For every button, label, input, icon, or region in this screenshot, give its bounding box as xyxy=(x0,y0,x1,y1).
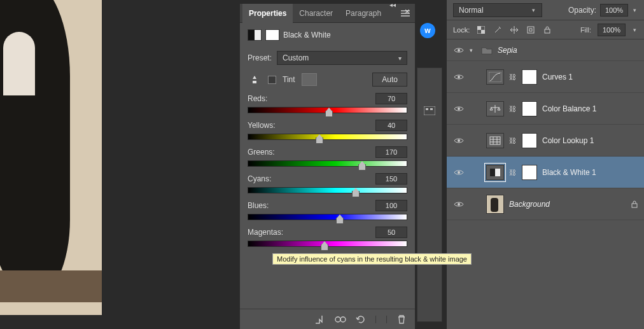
layer-name[interactable]: Background xyxy=(509,200,550,209)
trash-icon[interactable] xyxy=(396,315,407,324)
lock-transparency-icon[interactable] xyxy=(476,26,486,34)
slider-track[interactable] xyxy=(248,160,407,167)
view-previous-icon[interactable] xyxy=(335,316,346,323)
svg-rect-20 xyxy=(495,169,500,176)
visibility-toggle-icon[interactable] xyxy=(453,169,465,176)
svg-rect-10 xyxy=(529,29,532,31)
layer-options-row: Normal ▾ Opacity: 100% ▾ xyxy=(447,0,644,20)
tab-character[interactable]: Character xyxy=(293,4,339,23)
slider-value[interactable]: 40 xyxy=(375,120,407,131)
slider-yellows: Yellows: 40 xyxy=(248,120,407,140)
mask-thumb[interactable] xyxy=(522,101,537,116)
svg-rect-7 xyxy=(477,26,481,30)
lock-position-icon[interactable] xyxy=(509,26,519,34)
close-icon[interactable]: × xyxy=(405,6,410,17)
layer-row[interactable]: ⛓ Color Lookup 1 xyxy=(447,125,644,157)
layer-row[interactable]: ⛓ Curves 1 xyxy=(447,61,644,93)
svg-point-18 xyxy=(458,171,460,174)
clip-to-layer-icon[interactable] xyxy=(314,315,326,324)
slider-value[interactable]: 50 xyxy=(375,227,407,238)
blend-mode-select[interactable]: Normal ▾ xyxy=(453,3,542,17)
chevron-down-icon[interactable]: ▾ xyxy=(632,7,638,13)
layers-panel: Normal ▾ Opacity: 100% ▾ Lock: Fill: 100… xyxy=(447,0,644,329)
slider-thumb[interactable] xyxy=(325,111,333,117)
toggle-visibility-icon[interactable] xyxy=(375,316,387,323)
slider-track[interactable] xyxy=(248,241,407,247)
slider-value[interactable]: 150 xyxy=(375,173,407,185)
link-icon[interactable]: ⛓ xyxy=(509,73,517,81)
layer-name[interactable]: Curves 1 xyxy=(542,73,573,81)
adjustment-icon xyxy=(486,133,504,148)
svg-rect-22 xyxy=(632,204,637,207)
chevron-down-icon: ▾ xyxy=(531,7,536,13)
link-icon[interactable]: ⛓ xyxy=(509,105,517,113)
reset-icon[interactable] xyxy=(355,315,367,324)
folder-icon xyxy=(481,46,493,55)
chevron-down-icon[interactable]: ▾ xyxy=(632,27,638,33)
background-layer-row[interactable]: Background xyxy=(447,188,644,220)
visibility-toggle-icon[interactable] xyxy=(453,74,465,80)
link-icon[interactable]: ⛓ xyxy=(509,169,517,176)
visibility-toggle-icon[interactable] xyxy=(453,201,465,207)
slider-thumb[interactable] xyxy=(352,191,360,197)
slider-magentas: Magentas: 50 xyxy=(248,227,407,247)
mask-thumb[interactable] xyxy=(522,69,537,85)
disclosure-icon[interactable]: ▾ xyxy=(470,47,476,53)
photo-preview xyxy=(0,0,102,315)
slider-track[interactable] xyxy=(248,134,407,140)
adjustment-icon xyxy=(486,101,504,116)
targeted-adjust-icon[interactable] xyxy=(248,74,262,85)
slider-value[interactable]: 70 xyxy=(375,93,407,104)
visibility-toggle-icon[interactable] xyxy=(453,106,465,112)
adjustment-icon xyxy=(486,69,504,85)
layer-name[interactable]: Color Balance 1 xyxy=(542,104,596,113)
panel-footer xyxy=(240,309,415,329)
slider-track[interactable] xyxy=(248,187,407,193)
preset-select[interactable]: Custom ▾ xyxy=(277,51,407,65)
fill-input[interactable]: 100% xyxy=(598,24,626,36)
layer-name[interactable]: Sepia xyxy=(498,46,517,55)
layer-name[interactable]: Black & White 1 xyxy=(542,168,596,177)
adjustment-icon xyxy=(486,165,504,180)
layer-row[interactable]: ⛓ Color Balance 1 xyxy=(447,93,644,125)
slider-label: Blues: xyxy=(248,201,269,210)
slider-thumb[interactable] xyxy=(358,164,366,171)
layer-name[interactable]: Color Lookup 1 xyxy=(542,136,594,145)
visibility-toggle-icon[interactable] xyxy=(453,137,465,144)
lock-icon[interactable] xyxy=(631,200,638,208)
svg-rect-5 xyxy=(430,108,433,110)
layer-group-row[interactable]: ▾ Sepia xyxy=(447,39,644,61)
tint-color-swatch[interactable] xyxy=(302,73,317,86)
sliders-container: Reds: 70 Yellows: 40 Greens: 170 Cyans: … xyxy=(240,93,415,253)
lock-all-icon[interactable] xyxy=(542,26,552,34)
slider-value[interactable]: 170 xyxy=(375,146,407,158)
slider-thumb[interactable] xyxy=(336,218,344,224)
lock-pixels-icon[interactable] xyxy=(493,26,503,34)
lock-row: Lock: Fill: 100% ▾ xyxy=(447,20,644,39)
workspace-badge[interactable]: w xyxy=(420,23,435,38)
svg-rect-19 xyxy=(490,169,495,176)
svg-point-12 xyxy=(458,49,460,52)
slider-thumb[interactable] xyxy=(316,137,323,144)
visibility-toggle-icon[interactable] xyxy=(453,47,465,53)
slider-track[interactable] xyxy=(248,214,407,220)
slider-track[interactable] xyxy=(248,107,407,113)
link-icon[interactable]: ⛓ xyxy=(509,137,517,144)
swatches-icon[interactable] xyxy=(417,100,442,122)
tab-paragraph[interactable]: Paragraph xyxy=(339,4,388,23)
auto-button[interactable]: Auto xyxy=(372,73,407,87)
collapsed-dock[interactable] xyxy=(417,67,442,322)
mask-thumb[interactable] xyxy=(522,165,537,180)
slider-value[interactable]: 100 xyxy=(375,200,407,211)
slider-thumb[interactable] xyxy=(321,244,328,251)
tab-properties[interactable]: Properties xyxy=(242,4,293,23)
collapse-icon[interactable]: ◂◂ xyxy=(389,1,396,8)
document-canvas[interactable] xyxy=(0,0,105,329)
mask-icon[interactable] xyxy=(265,29,279,41)
slider-label: Magentas: xyxy=(248,228,283,237)
mask-thumb[interactable] xyxy=(522,133,537,148)
tint-checkbox[interactable] xyxy=(268,76,276,84)
opacity-input[interactable]: 100% xyxy=(600,4,628,17)
lock-artboard-icon[interactable] xyxy=(526,26,536,34)
layer-row[interactable]: ⛓ Black & White 1 xyxy=(447,157,644,188)
